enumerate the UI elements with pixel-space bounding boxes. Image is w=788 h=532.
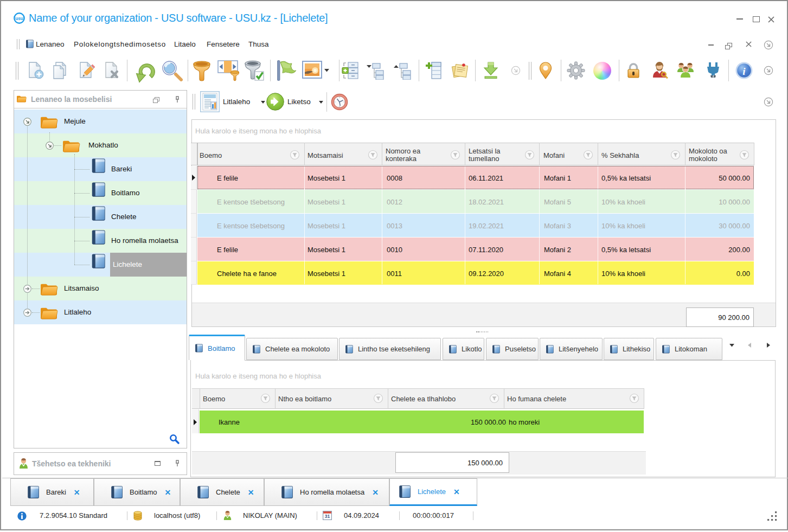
svg-text:i: i: [742, 66, 746, 77]
svg-text:usu: usu: [15, 16, 23, 21]
svg-text:31: 31: [325, 514, 330, 519]
